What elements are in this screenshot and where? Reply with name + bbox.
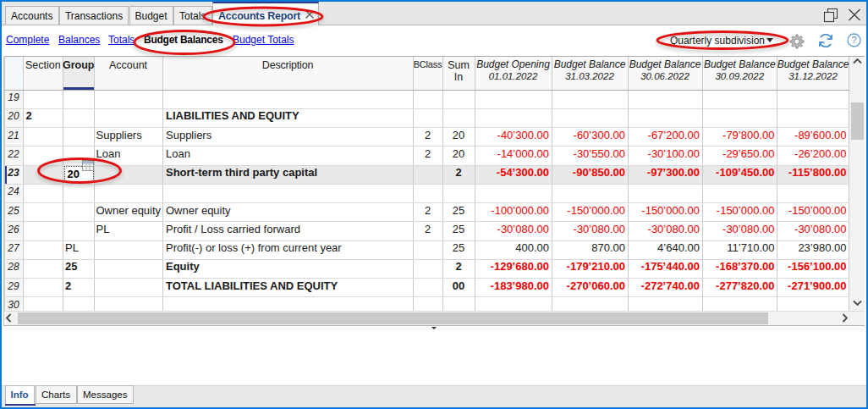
svg-text:?: ? [851,35,856,45]
